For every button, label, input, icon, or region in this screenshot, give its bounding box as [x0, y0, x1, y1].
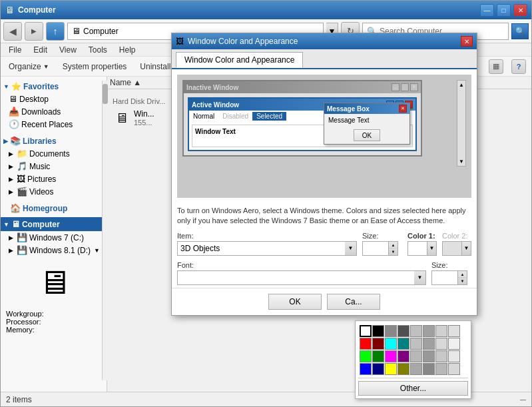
dialog-ok-button[interactable]: OK [268, 294, 322, 310]
menu-edit[interactable]: Edit [28, 44, 53, 56]
color-palergray[interactable] [448, 325, 460, 337]
tab-window-color[interactable]: Window Color and Appearance [176, 52, 303, 68]
item-select[interactable]: 3D Objects [177, 241, 357, 256]
favorites-header[interactable]: ▼ ⭐ Favorites [1, 79, 107, 93]
color-yellow[interactable] [385, 363, 397, 375]
font-select-arrow[interactable]: ▼ [414, 270, 426, 285]
sidebar-item-videos[interactable]: ▶ 🎬 Videos [6, 185, 107, 198]
color-lightsilver[interactable] [410, 338, 422, 350]
music-label: Music [29, 162, 50, 171]
memory-row: Memory: [6, 326, 101, 334]
search-button[interactable]: 🔍 [511, 23, 529, 39]
organize-button[interactable]: Organize ▼ [6, 61, 52, 73]
font-select[interactable] [177, 270, 426, 285]
left-scrollbar-thumb[interactable] [103, 84, 107, 104]
computer-header[interactable]: ▼ 🖥 Computer [1, 217, 107, 231]
color-medgray[interactable] [423, 325, 435, 337]
menu-help[interactable]: Help [114, 44, 141, 56]
color-teal[interactable] [398, 338, 409, 350]
color-white[interactable] [360, 325, 372, 337]
color-green[interactable] [372, 350, 384, 362]
sidebar-item-pictures[interactable]: ▶ 🖼 Pictures [6, 173, 107, 185]
sidebar-item-downloads[interactable]: 📥 Downloads [6, 105, 107, 118]
color-olive[interactable] [398, 363, 409, 375]
color-almostwhite[interactable] [448, 338, 460, 350]
forward-button[interactable]: ▶ [25, 22, 43, 41]
color-darkred[interactable] [372, 338, 384, 350]
view-toggle-button[interactable]: ▦ [489, 59, 503, 74]
libraries-header[interactable]: ▶ 📚 Libraries [1, 133, 107, 147]
color-lime[interactable] [360, 350, 372, 362]
system-properties-button[interactable]: System properties [60, 61, 130, 73]
computer-expander[interactable]: ▼ [3, 221, 9, 228]
maximize-button[interactable]: □ [497, 4, 511, 17]
sidebar-item-desktop[interactable]: 🖥 Desktop [6, 93, 107, 105]
color-darkgray[interactable] [398, 325, 409, 337]
preview-msgbox-titlebar: Message Box ✕ [324, 103, 409, 114]
color-medgray3[interactable] [423, 350, 435, 362]
color-medgray5[interactable] [423, 363, 435, 375]
color-medgray2[interactable] [410, 350, 422, 362]
font-size-input[interactable] [431, 270, 458, 285]
downloads-icon: 📥 [9, 107, 19, 117]
color-black[interactable] [372, 325, 384, 337]
back-button[interactable]: ◀ [3, 22, 22, 41]
minimize-button[interactable]: — [480, 4, 494, 17]
computer-content: ▶ 💾 Windows 7 (C:) ▶ 💾 Windows 8.1 (D:) … [1, 231, 107, 256]
close-button[interactable]: ✕ [513, 4, 527, 17]
sidebar-item-windows81[interactable]: ▶ 💾 Windows 8.1 (D:) ▼ [6, 244, 107, 256]
font-size-up-arrow[interactable]: ▲ [458, 271, 467, 278]
preview-ok-button[interactable]: OK [354, 129, 380, 141]
color-red[interactable] [360, 338, 372, 350]
homegroup-header[interactable]: ▶ 🏠 Homegroup [1, 201, 107, 214]
menu-tools[interactable]: Tools [83, 44, 113, 56]
sidebar-item-windows7[interactable]: ▶ 💾 Windows 7 (C:) [6, 231, 107, 244]
dialog-info-text: To turn on Windows Aero, select a Window… [172, 203, 477, 229]
color-verylightgray[interactable] [435, 338, 447, 350]
left-scrollbar-track [102, 81, 107, 380]
up-button[interactable]: ↑ [46, 22, 65, 41]
dialog-cancel-button[interactable]: Ca... [327, 294, 380, 310]
libraries-expander[interactable]: ▶ [3, 138, 8, 145]
sidebar-item-recent[interactable]: 🕐 Recent Places [6, 118, 107, 131]
size-up-arrow[interactable]: ▲ [389, 242, 398, 249]
font-size-down-arrow[interactable]: ▼ [458, 278, 467, 284]
windows81-expand-icon: ▶ [9, 247, 13, 254]
homegroup-label: Homegroup [23, 204, 67, 213]
size-input[interactable] [362, 241, 389, 256]
color-lightgray2[interactable] [435, 350, 447, 362]
sidebar-item-documents[interactable]: ▶ 📁 Documents [6, 147, 107, 160]
color2-swatch[interactable] [442, 241, 462, 256]
menu-file[interactable]: File [3, 44, 27, 56]
color-magenta[interactable] [385, 350, 397, 362]
font-size-spinner[interactable]: ▲ ▼ [458, 270, 467, 285]
color2-dropdown-arrow[interactable]: ▼ [462, 241, 471, 256]
color-purple[interactable] [398, 350, 409, 362]
pictures-expand-icon: ▶ [9, 176, 13, 183]
computer-label: Computer [22, 220, 60, 229]
computer-details: Workgroup: Processor: Memory: [1, 308, 107, 335]
color-lightgray[interactable] [435, 325, 447, 337]
color-gray[interactable] [385, 325, 397, 337]
color-silver[interactable] [410, 325, 422, 337]
color1-dropdown-arrow[interactable]: ▼ [427, 241, 437, 256]
column-detail[interactable] [475, 78, 529, 87]
help-button[interactable]: ? [511, 59, 526, 74]
dialog-close-button[interactable]: ✕ [461, 36, 473, 47]
menu-view[interactable]: View [54, 44, 82, 56]
color-medgray4[interactable] [410, 363, 422, 375]
color-palergray2[interactable] [448, 350, 460, 362]
color-navy[interactable] [372, 363, 384, 375]
favorites-expander[interactable]: ▼ [3, 83, 9, 90]
size-down-arrow[interactable]: ▼ [389, 248, 398, 255]
color-palergray3[interactable] [448, 363, 460, 375]
color-lightgray3[interactable] [435, 363, 447, 375]
item-select-arrow[interactable]: ▼ [345, 241, 357, 256]
color-blue[interactable] [360, 363, 372, 375]
size-spinner[interactable]: ▲ ▼ [389, 241, 398, 256]
other-color-button[interactable]: Other... [358, 381, 468, 396]
sidebar-item-music[interactable]: ▶ 🎵 Music [6, 160, 107, 173]
color-medsilver[interactable] [423, 338, 435, 350]
color-cyan[interactable] [385, 338, 397, 350]
color1-swatch[interactable] [407, 241, 427, 256]
